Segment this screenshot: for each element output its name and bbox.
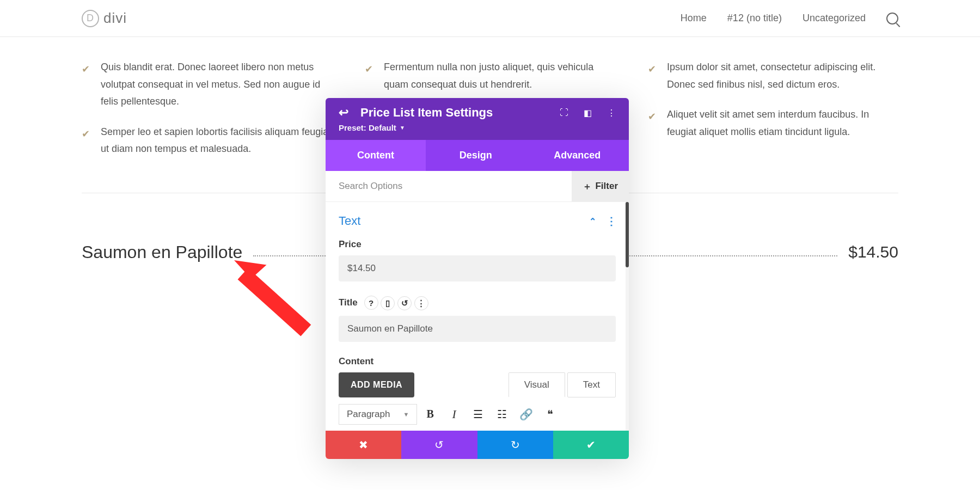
feature-text: Aliquet velit sit amet sem interdum fauc…	[667, 106, 898, 140]
preset-dropdown[interactable]: Preset: Default ▼	[339, 123, 405, 136]
section-title: Text	[339, 214, 360, 228]
annotation-arrow-icon	[234, 260, 327, 355]
blockquote-icon[interactable]: ❝	[539, 404, 561, 425]
price-input[interactable]	[339, 255, 616, 281]
menu-item-price: $14.50	[848, 243, 898, 261]
numbered-list-icon[interactable]: ☷	[491, 404, 513, 425]
modal-tabs: Content Design Advanced	[326, 140, 629, 171]
modal-footer: ✖ ↺ ↻ ✔	[326, 431, 629, 459]
undo-icon: ↺	[434, 438, 444, 451]
back-icon[interactable]: ↩	[339, 106, 348, 120]
filter-button[interactable]: ＋ Filter	[572, 171, 629, 201]
site-header: D divi Home #12 (no title) Uncategorized	[0, 0, 980, 37]
editor-mode-tabs: Visual Text	[509, 372, 616, 397]
modal-header[interactable]: ↩ Price List Item Settings ⛶ ◧ ⋮ Preset:…	[326, 98, 629, 140]
reset-icon[interactable]: ↺	[397, 296, 412, 310]
check-icon: ✔	[365, 61, 373, 93]
nav-home[interactable]: Home	[681, 13, 707, 24]
check-icon: ✔	[82, 61, 90, 111]
content-label: Content	[339, 356, 616, 367]
feature-item: ✔ Fermentum nulla non justo aliquet, qui…	[365, 59, 615, 93]
caret-down-icon: ▼	[400, 125, 405, 131]
feature-text: Ipsum dolor sit amet, consectetur adipis…	[667, 59, 898, 93]
chevron-up-icon[interactable]: ⌃	[589, 216, 596, 226]
tab-content[interactable]: Content	[326, 140, 426, 171]
nav-item-12[interactable]: #12 (no title)	[727, 13, 782, 24]
add-media-button[interactable]: ADD MEDIA	[339, 372, 414, 397]
feature-item: ✔ Semper leo et sapien lobortis facilisi…	[82, 124, 332, 158]
site-logo[interactable]: D divi	[82, 10, 127, 27]
section-text-header[interactable]: Text ⌃ ⋮	[339, 214, 616, 228]
caret-down-icon: ▼	[403, 411, 409, 418]
feature-item: ✔ Aliquet velit sit amet sem interdum fa…	[648, 106, 898, 140]
menu-item-title: Saumon en Papillote	[82, 242, 242, 262]
section-menu-icon[interactable]: ⋮	[606, 215, 616, 228]
plus-icon: ＋	[583, 180, 592, 193]
editor-tab-text[interactable]: Text	[567, 372, 616, 397]
settings-modal: ↩ Price List Item Settings ⛶ ◧ ⋮ Preset:…	[326, 98, 629, 459]
save-button[interactable]: ✔	[553, 431, 629, 459]
expand-icon[interactable]: ⛶	[560, 108, 568, 118]
format-select-value: Paragraph	[347, 409, 390, 420]
feature-item: ✔ Ipsum dolor sit amet, consectetur adip…	[648, 59, 898, 93]
primary-nav: Home #12 (no title) Uncategorized	[681, 13, 898, 24]
logo-icon: D	[82, 10, 99, 27]
italic-icon[interactable]: I	[443, 404, 465, 425]
feature-item: ✔ Quis blandit erat. Donec laoreet liber…	[82, 59, 332, 111]
tab-design[interactable]: Design	[426, 140, 526, 171]
price-label: Price	[339, 239, 616, 250]
feature-text: Fermentum nulla non justo aliquet, quis …	[384, 59, 615, 93]
search-icon[interactable]	[886, 13, 898, 24]
price-field: Price	[339, 239, 616, 281]
title-field: Title ? ▯ ↺ ⋮	[339, 296, 616, 342]
filter-label: Filter	[595, 181, 618, 192]
svg-rect-1	[238, 268, 311, 336]
options-search-input[interactable]	[326, 171, 572, 201]
feature-col-1: ✔ Quis blandit erat. Donec laoreet liber…	[82, 59, 332, 171]
dock-icon[interactable]: ◧	[584, 108, 592, 118]
cancel-button[interactable]: ✖	[326, 431, 401, 459]
modal-title: Price List Item Settings	[360, 106, 548, 120]
feature-text: Quis blandit erat. Donec laoreet libero …	[101, 59, 332, 111]
nav-uncategorized[interactable]: Uncategorized	[803, 13, 866, 24]
tab-advanced[interactable]: Advanced	[526, 140, 629, 171]
editor-tab-visual[interactable]: Visual	[509, 372, 565, 397]
feature-text: Semper leo et sapien lobortis facilisis …	[101, 124, 332, 158]
help-icon[interactable]: ?	[364, 296, 378, 310]
logo-text: divi	[103, 10, 127, 27]
format-select[interactable]: Paragraph ▼	[339, 404, 417, 425]
link-icon[interactable]: 🔗	[515, 404, 537, 425]
redo-icon: ↻	[511, 438, 520, 451]
feature-col-3: ✔ Ipsum dolor sit amet, consectetur adip…	[648, 59, 898, 171]
check-icon: ✔	[648, 108, 656, 140]
check-icon: ✔	[586, 438, 596, 451]
title-input[interactable]	[339, 316, 616, 342]
search-row: ＋ Filter	[326, 171, 629, 202]
scrollbar-thumb[interactable]	[626, 202, 629, 267]
modal-body: Text ⌃ ⋮ Price Title ? ▯ ↺ ⋮ Co	[326, 202, 629, 431]
responsive-icon[interactable]: ▯	[381, 296, 395, 310]
more-icon[interactable]: ⋮	[607, 108, 616, 118]
check-icon: ✔	[82, 126, 90, 158]
close-icon: ✖	[359, 438, 368, 451]
undo-button[interactable]: ↺	[401, 431, 477, 459]
bullet-list-icon[interactable]: ☰	[467, 404, 489, 425]
bold-icon[interactable]: B	[419, 404, 441, 425]
preset-label: Preset: Default	[339, 123, 396, 132]
title-label: Title	[339, 297, 358, 308]
field-menu-icon[interactable]: ⋮	[414, 296, 428, 310]
editor-toolbar: Paragraph ▼ B I ☰ ☷ 🔗 ❝	[339, 404, 616, 425]
content-field: Content ADD MEDIA Visual Text Paragraph …	[339, 356, 616, 425]
check-icon: ✔	[648, 61, 656, 93]
redo-button[interactable]: ↻	[477, 431, 553, 459]
